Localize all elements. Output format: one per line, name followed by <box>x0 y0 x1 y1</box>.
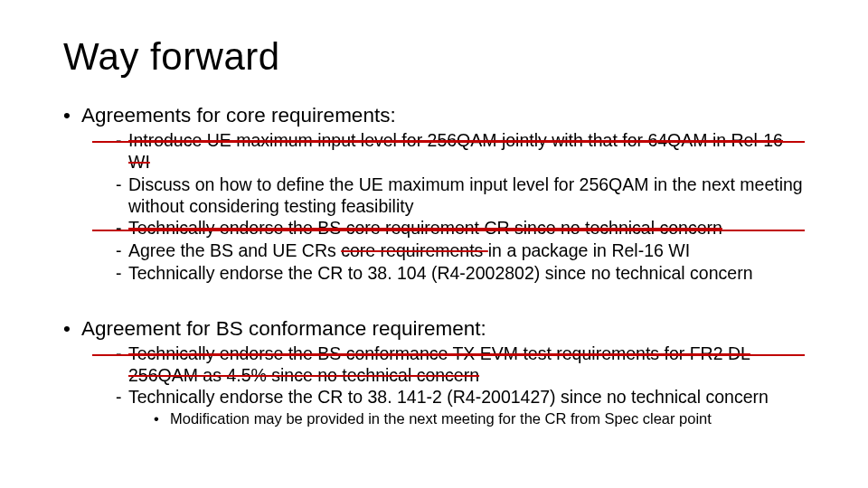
conf-item-1-struck: -Technically endorse the BS conformance … <box>63 343 805 387</box>
dash-icon: - <box>116 387 128 408</box>
slide-title: Way forward <box>63 36 805 78</box>
core-item-3-struck: -Technically endorse the BS core require… <box>63 218 805 239</box>
conf-subitem-1: Modification may be provided in the next… <box>63 409 805 428</box>
core-item-5: -Technically endorse the CR to 38. 104 (… <box>63 263 805 285</box>
core-item-4-suffix: in a package in Rel-16 WI <box>488 240 690 260</box>
core-item-5-text: Technically endorse the CR to 38. 104 (R… <box>128 263 753 283</box>
core-item-1-text: Introduce UE maximum input level for 256… <box>128 130 783 172</box>
conf-item-1-text: Technically endorse the BS conformance T… <box>128 343 750 385</box>
section-heading-core: Agreements for core requirements: <box>63 103 805 128</box>
dash-icon: - <box>116 130 128 152</box>
section-heading-conformance: Agreement for BS conformance requirement… <box>63 316 805 342</box>
section-spacer <box>63 286 805 311</box>
core-item-2: -Discuss on how to define the UE maximum… <box>63 174 805 218</box>
content-area: Agreements for core requirements: -Intro… <box>63 103 805 428</box>
core-item-1-struck: -Introduce UE maximum input level for 25… <box>63 130 805 174</box>
conf-item-2-text: Technically endorse the CR to 38. 141-2 … <box>128 387 769 407</box>
dash-icon: - <box>116 174 128 196</box>
core-item-4-mixed: -Agree the BS and UE CRs core requiremen… <box>63 240 805 262</box>
conf-item-2: -Technically endorse the CR to 38. 141-2… <box>63 387 805 408</box>
dash-icon: - <box>116 343 128 365</box>
core-item-4-struck: core requirements <box>341 240 488 260</box>
dash-icon: - <box>116 263 128 285</box>
dash-icon: - <box>116 218 128 239</box>
slide: Way forward Agreements for core requirem… <box>0 0 868 488</box>
core-item-4-prefix: Agree the BS and UE CRs <box>128 240 341 260</box>
core-item-3-text: Technically endorse the BS core requirem… <box>128 218 722 238</box>
core-item-2-text: Discuss on how to define the UE maximum … <box>128 174 803 216</box>
dash-icon: - <box>116 240 128 262</box>
